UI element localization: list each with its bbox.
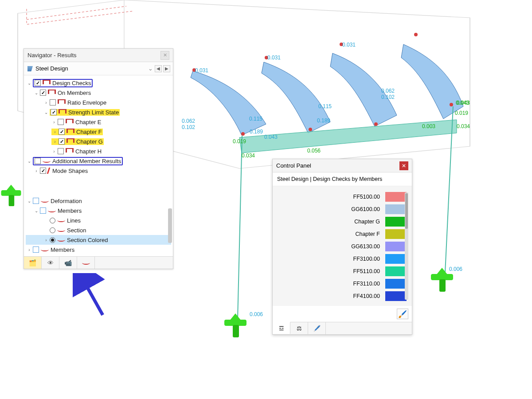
tree-chapter-g[interactable]: › Chapter G (26, 137, 171, 146)
radio[interactable] (50, 237, 55, 243)
nav-prev-button[interactable]: ◀ (155, 65, 162, 72)
toolbar-results-button[interactable] (77, 257, 95, 269)
checkbox[interactable] (40, 168, 46, 174)
expander-icon[interactable]: ⌄ (34, 90, 39, 95)
tree-design-checks[interactable]: ⌄ Design Checks (26, 78, 171, 88)
expander-icon[interactable]: › (52, 129, 58, 134)
toolbar-views-button[interactable]: 🗂️ (24, 257, 42, 269)
control-panel: Control Panel ✕ Steel Design | Design Ch… (272, 159, 412, 335)
module-dropdown[interactable]: Steel Design ⌄ ◀ ▶ (24, 62, 173, 75)
expander-icon[interactable]: ⌄ (27, 80, 32, 86)
tree-section-colored[interactable]: › Section Colored (26, 235, 171, 245)
control-panel-subtitle: Steel Design | Design Checks by Members (273, 172, 412, 186)
tree-label: Additional Member Results (52, 158, 121, 164)
tree-on-members[interactable]: ⌄ On Members (26, 88, 171, 98)
tree-strength-limit-state[interactable]: ⌄ Strength Limit State (26, 107, 171, 117)
legend-item[interactable]: Chapter F (278, 228, 407, 240)
legend-label: FF5100.00 (278, 194, 385, 200)
legend-scrollbar[interactable] (405, 192, 408, 300)
checkbox[interactable] (40, 207, 46, 214)
checkbox[interactable] (58, 148, 64, 154)
expander-icon[interactable]: ⌄ (27, 158, 32, 164)
control-panel-titlebar[interactable]: Control Panel ✕ (273, 159, 412, 172)
control-panel-tabs: ☲ ⚖ 🖊️ (273, 322, 412, 334)
checkbox[interactable] (59, 129, 65, 135)
value-label: 0.102 (182, 124, 195, 130)
members-icon (48, 209, 56, 212)
expander-icon[interactable]: › (34, 168, 39, 173)
legend: FF5100.00 GG6100.00 Chapter G Chapter F … (273, 186, 412, 306)
expander-icon[interactable]: › (52, 139, 58, 144)
legend-item[interactable]: FF5110.00 (278, 265, 407, 278)
legend-item[interactable]: Chapter G (278, 215, 407, 228)
expander-icon[interactable]: › (43, 237, 49, 243)
checkbox[interactable] (35, 158, 41, 164)
navigator-titlebar[interactable]: Navigator - Results ✕ (24, 49, 173, 62)
tree-scrollbar[interactable] (168, 208, 172, 243)
tree-label: Ratio Envelope (67, 99, 106, 106)
value-label: 0.031 (342, 42, 356, 48)
checkbox[interactable] (33, 198, 39, 204)
legend-label: FF3110.00 (278, 281, 385, 287)
tree-chapter-e[interactable]: › Chapter E (26, 117, 171, 127)
checkbox[interactable] (51, 109, 57, 115)
legend-item[interactable]: FF3110.00 (278, 278, 407, 290)
checkbox[interactable] (35, 80, 41, 86)
tree-members[interactable]: ⌄ Members (26, 206, 171, 215)
expander-icon[interactable]: ⌄ (27, 198, 32, 203)
nav-next-button[interactable]: ▶ (163, 65, 170, 72)
value-label: 0.062 (182, 118, 195, 124)
tree-mode-shapes[interactable]: › Mode Shapes (26, 166, 171, 176)
value-label: 0.019 (455, 110, 468, 116)
tab-filter[interactable]: 🖊️ (308, 322, 326, 334)
tree-label: Members (58, 207, 82, 214)
checkbox[interactable] (33, 246, 39, 253)
checkbox[interactable] (50, 99, 56, 106)
chapter-icon (66, 129, 74, 135)
tree-chapter-h[interactable]: › Chapter H (26, 146, 171, 156)
edit-colors-button[interactable]: 🖌️ (397, 309, 408, 319)
toolbar-visibility-button[interactable]: 👁 (42, 257, 59, 269)
value-label: 0.034 (242, 153, 255, 159)
tree-chapter-f[interactable]: › Chapter F (26, 127, 171, 137)
tree-ratio-envelope[interactable]: › Ratio Envelope (26, 98, 171, 107)
legend-item[interactable]: GG6130.00 (278, 240, 407, 253)
expander-icon[interactable]: › (51, 149, 57, 154)
expander-icon[interactable]: › (43, 100, 49, 105)
legend-item[interactable]: FF3100.00 (278, 253, 407, 265)
legend-item[interactable]: GG6100.00 (278, 203, 407, 215)
radio[interactable] (50, 218, 55, 223)
legend-item[interactable]: FF4100.00 (278, 290, 407, 302)
value-label: 0.031 (267, 55, 281, 61)
toolbar-camera-button[interactable]: 📹 (59, 257, 77, 269)
value-label: 0.031 (195, 67, 208, 74)
tree-lines[interactable]: Lines (26, 215, 171, 225)
expander-icon[interactable]: ⌄ (34, 208, 39, 213)
checkbox[interactable] (58, 119, 64, 125)
tab-scale[interactable]: ⚖ (290, 322, 308, 334)
tree-deformation[interactable]: ⌄ Deformation (26, 196, 171, 206)
tree-label: Strength Limit State (68, 109, 119, 116)
tree-label: Chapter G (76, 138, 103, 145)
checkbox[interactable] (59, 138, 65, 145)
tree-label: Deformation (51, 198, 82, 204)
chevron-down-icon[interactable]: ⌄ (147, 65, 153, 72)
expander-icon[interactable]: ⌄ (43, 110, 49, 115)
expander-icon[interactable]: › (27, 247, 32, 252)
expander-icon[interactable]: › (51, 119, 57, 125)
tree-label: Members (51, 246, 74, 253)
legend-label: Chapter F (278, 231, 385, 237)
tree-members-bottom[interactable]: › Members (26, 245, 171, 254)
color-swatch (385, 242, 407, 251)
color-swatch (385, 192, 407, 202)
tab-legend[interactable]: ☲ (273, 322, 290, 334)
close-icon[interactable]: ✕ (160, 51, 169, 60)
tree-additional-member-results[interactable]: ⌄ Additional Member Results (26, 156, 171, 166)
tree-section[interactable]: Section (26, 225, 171, 235)
radio[interactable] (50, 227, 55, 233)
legend-label: GG6130.00 (278, 243, 385, 250)
checkbox[interactable] (40, 90, 46, 96)
close-icon[interactable]: ✕ (399, 161, 408, 170)
legend-item[interactable]: FF5100.00 (278, 191, 407, 203)
envelope-icon (58, 99, 66, 106)
